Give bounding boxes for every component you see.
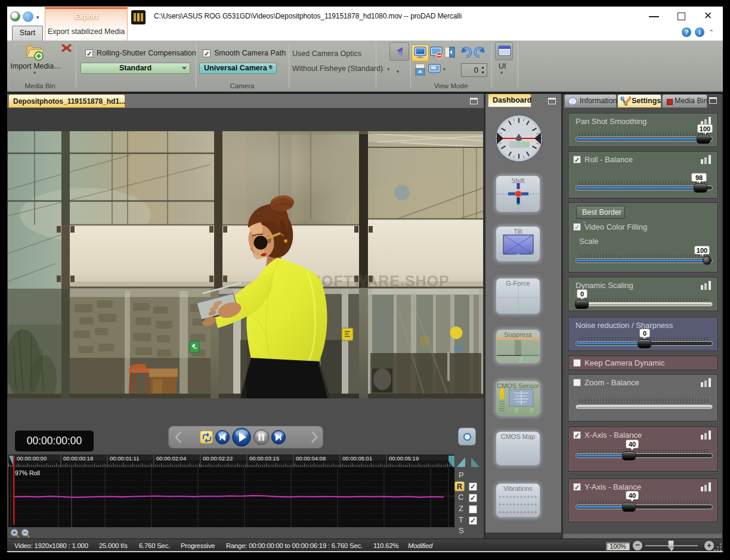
svg-text:0: 0 (515, 407, 519, 414)
svg-text:0.00: 0.00 (517, 141, 529, 148)
svg-text:00:00:05:01: 00:00:05:01 (342, 455, 372, 462)
svg-text:00:00:04:08: 00:00:04:08 (296, 455, 326, 462)
svg-text:00:00:01:11: 00:00:01:11 (110, 455, 139, 462)
svg-text:0: 0 (516, 252, 520, 259)
svg-text:0: 0 (516, 202, 520, 209)
svg-text:0: 0 (531, 252, 535, 259)
svg-text:00:00:02:22: 00:00:02:22 (203, 455, 233, 462)
svg-text:1: 1 (534, 203, 537, 210)
svg-text:00:00:00:00: 00:00:00:00 (17, 455, 47, 462)
svg-text:3: 3 (519, 356, 523, 363)
svg-text:0: 0 (530, 407, 534, 414)
svg-text:00:00:00:18: 00:00:00:18 (63, 455, 93, 462)
svg-text:00:00:02:04: 00:00:02:04 (156, 455, 186, 462)
svg-text:97% Roll: 97% Roll (15, 469, 40, 477)
svg-text:0.0: 0.0 (514, 302, 524, 310)
svg-text:00:00:03:15: 00:00:03:15 (249, 455, 279, 462)
svg-text:00:00:05:19: 00:00:05:19 (389, 455, 419, 462)
